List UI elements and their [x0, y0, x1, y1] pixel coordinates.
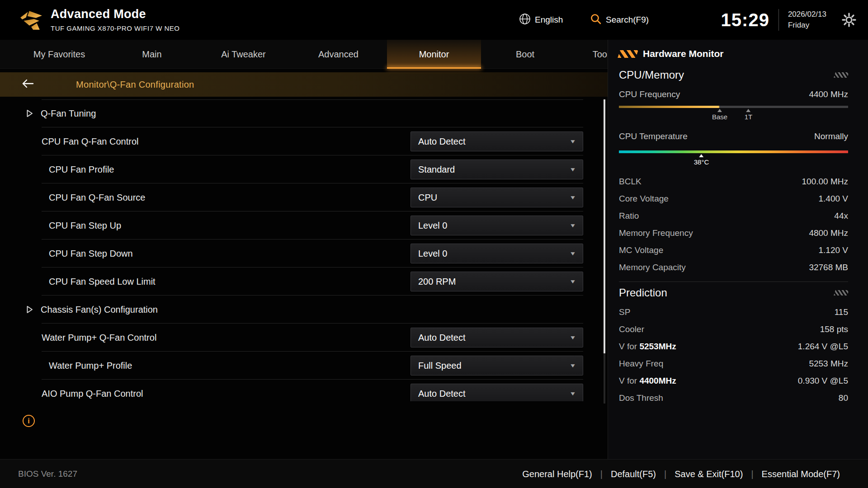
prediction-title: Prediction	[619, 286, 667, 299]
group-row-chassis-fan-configuration[interactable]: Chassis Fan(s) Configuration	[0, 296, 608, 324]
breadcrumb: Monitor\Q-Fan Configuration	[76, 80, 194, 90]
setting-row-water-pump-profile: Water Pump+ Profile Full Speed ▼	[0, 352, 608, 380]
setting-row-cpu-fan-step-up: CPU Fan Step Up Level 0 ▼	[0, 211, 608, 239]
setting-row-cpu-fan-profile: CPU Fan Profile Standard ▼	[0, 155, 608, 183]
cpu-memory-title: CPU/Memory	[619, 69, 684, 81]
expand-triangle-icon	[26, 109, 33, 117]
setting-label: CPU Fan Q-Fan Control	[42, 136, 139, 147]
cpu-fan-profile-dropdown[interactable]: Standard ▼	[410, 160, 583, 179]
cpu-fan-qfan-source-dropdown[interactable]: CPU ▼	[410, 188, 583, 207]
footer-actions: General Help(F1) | Default(F5) | Save & …	[514, 460, 848, 488]
chevron-down-icon: ▼	[569, 194, 576, 201]
language-button[interactable]: English	[519, 0, 563, 40]
settings-list: Q-Fan Tuning CPU Fan Q-Fan Control Auto …	[0, 99, 608, 401]
scrollbar-thumb[interactable]	[604, 99, 605, 353]
tab-advanced[interactable]: Advanced	[290, 40, 387, 69]
freq-marker-1t: 1T	[745, 109, 753, 121]
cpu-frequency-label: CPU Frequency	[619, 89, 680, 99]
search-button[interactable]: Search(F9)	[590, 0, 649, 40]
cpu-fan-qfan-control-dropdown[interactable]: Auto Detect ▼	[410, 131, 583, 151]
section-stripes-icon	[834, 72, 849, 78]
water-pump-profile-dropdown[interactable]: Full Speed ▼	[410, 356, 583, 375]
cpu-fan-speed-low-limit-dropdown[interactable]: 200 RPM ▼	[410, 272, 583, 291]
stat-row-v-for-4400: V for 4400MHz 0.930 V @L5	[619, 372, 848, 389]
marker-triangle-icon	[746, 109, 750, 112]
stat-row-dos-thresh: Dos Thresh 80	[619, 389, 848, 407]
cpu-frequency-row: CPU Frequency 4400 MHz	[619, 89, 848, 100]
dropdown-value: CPU	[418, 192, 437, 203]
tab-monitor[interactable]: Monitor	[387, 40, 481, 69]
cpu-temperature-value: Normally	[814, 131, 848, 141]
tab-ai-tweaker[interactable]: Ai Tweaker	[197, 40, 290, 69]
expand-triangle-icon	[26, 305, 33, 314]
chevron-down-icon: ▼	[569, 334, 576, 341]
stat-row-bclk: BCLK 100.00 MHz	[619, 173, 848, 190]
header-bar: Advanced Mode TUF GAMING X870-PRO WIFI7 …	[0, 0, 868, 40]
back-arrow-icon	[21, 78, 34, 91]
aio-pump-qfan-control-dropdown[interactable]: Auto Detect ▼	[410, 384, 583, 401]
marker-triangle-icon	[717, 109, 722, 112]
stat-row-cooler: Cooler 158 pts	[619, 321, 848, 338]
clock-time: 15:29	[721, 10, 769, 30]
chevron-down-icon: ▼	[569, 138, 576, 145]
motherboard-name: TUF GAMING X870-PRO WIFI7 W NEO	[51, 24, 180, 32]
section-divider	[619, 282, 848, 282]
stat-row-sp: SP 115	[619, 304, 848, 321]
stat-row-memory-capacity: Memory Capacity 32768 MB	[619, 259, 848, 276]
gear-icon	[842, 21, 856, 28]
general-help-button[interactable]: General Help(F1)	[514, 469, 600, 479]
group-row-qfan-tuning[interactable]: Q-Fan Tuning	[0, 99, 608, 127]
tab-my-favorites[interactable]: My Favorites	[12, 40, 107, 69]
cpu-frequency-markers: Base 1T	[619, 108, 848, 124]
search-icon	[590, 13, 602, 27]
footer-bar: BIOS Ver. 1627 General Help(F1) | Defaul…	[0, 459, 868, 488]
essential-mode-button[interactable]: Essential Mode(F7)	[754, 469, 848, 479]
freq-marker-base: Base	[712, 109, 727, 121]
setting-row-cpu-fan-qfan-source: CPU Fan Q-Fan Source CPU ▼	[0, 183, 608, 211]
hardware-monitor-header: Hardware Monitor	[619, 46, 848, 61]
dropdown-value: Auto Detect	[418, 136, 466, 147]
cpu-memory-stats: BCLK 100.00 MHz Core Voltage 1.400 V Rat…	[619, 173, 848, 276]
breadcrumb-bar: Monitor\Q-Fan Configuration	[0, 72, 608, 97]
language-label: English	[535, 15, 563, 25]
setting-row-cpu-fan-step-down: CPU Fan Step Down Level 0 ▼	[0, 239, 608, 267]
back-button[interactable]	[21, 79, 35, 90]
tab-boot[interactable]: Boot	[481, 40, 569, 69]
stat-row-memory-frequency: Memory Frequency 4800 MHz	[619, 225, 848, 242]
setting-label: Chassis Fan(s) Configuration	[41, 305, 158, 315]
cpu-frequency-value: 4400 MHz	[809, 89, 848, 99]
hardware-monitor-panel: Hardware Monitor CPU/Memory CPU Frequenc…	[608, 40, 868, 459]
cpu-fan-step-down-dropdown[interactable]: Level 0 ▼	[410, 244, 583, 263]
dropdown-value: Auto Detect	[418, 389, 466, 399]
prediction-section-header: Prediction	[619, 286, 848, 300]
globe-icon	[519, 13, 531, 27]
stat-row-ratio: Ratio 44x	[619, 207, 848, 225]
hardware-monitor-title: Hardware Monitor	[643, 48, 724, 59]
chevron-down-icon: ▼	[569, 222, 576, 229]
settings-gear-button[interactable]	[842, 13, 856, 29]
stat-row-mc-voltage: MC Voltage 1.120 V	[619, 242, 848, 259]
default-button[interactable]: Default(F5)	[603, 469, 664, 479]
water-pump-qfan-control-dropdown[interactable]: Auto Detect ▼	[410, 328, 583, 347]
dropdown-value: Standard	[418, 164, 455, 175]
clock-date-block: 2026/02/13 Friday	[788, 10, 826, 30]
chevron-down-icon: ▼	[569, 390, 576, 397]
clock-divider	[778, 9, 779, 31]
tab-main[interactable]: Main	[107, 40, 197, 69]
info-button[interactable]: i	[23, 415, 35, 427]
setting-row-aio-pump-qfan-control: AIO Pump Q-Fan Control Auto Detect ▼	[0, 380, 608, 401]
cpu-fan-step-up-dropdown[interactable]: Level 0 ▼	[410, 216, 583, 235]
info-icon: i	[28, 417, 29, 425]
save-exit-button[interactable]: Save & Exit(F10)	[666, 469, 751, 479]
stat-row-heavy-freq: Heavy Freq 5253 MHz	[619, 355, 848, 372]
setting-label: CPU Fan Step Up	[49, 221, 121, 231]
stat-row-core-voltage: Core Voltage 1.400 V	[619, 190, 848, 207]
clock-date: 2026/02/13	[788, 10, 826, 19]
setting-label: CPU Fan Q-Fan Source	[49, 192, 145, 203]
prediction-stats: SP 115 Cooler 158 pts V for 5253MHz 1.26…	[619, 304, 848, 407]
setting-row-water-pump-qfan-control: Water Pump+ Q-Fan Control Auto Detect ▼	[0, 324, 608, 352]
setting-label: CPU Fan Profile	[49, 164, 114, 175]
scrollbar	[604, 99, 605, 404]
setting-label: AIO Pump Q-Fan Control	[42, 389, 143, 399]
dropdown-value: Level 0	[418, 249, 448, 259]
